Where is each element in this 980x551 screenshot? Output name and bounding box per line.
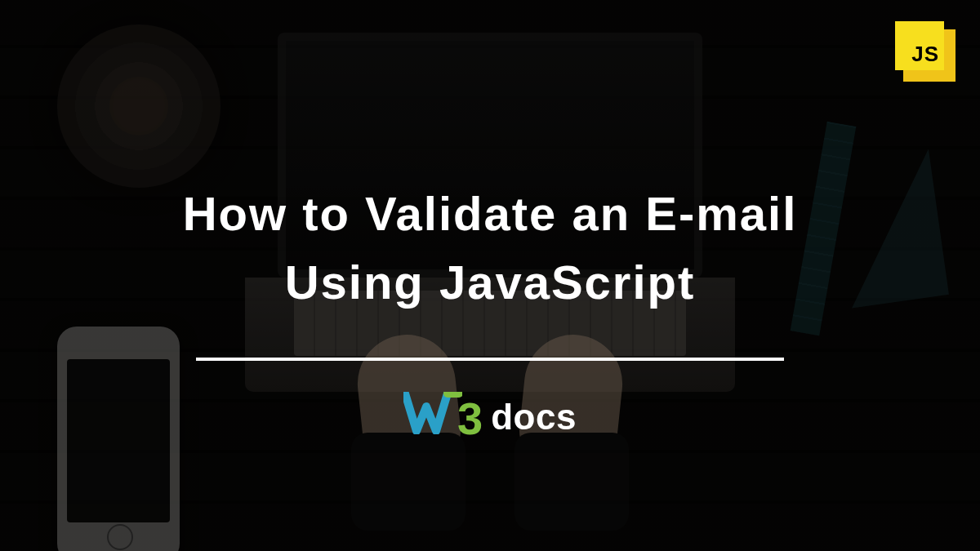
logo-mark: 3	[403, 392, 483, 442]
javascript-badge-icon: JS	[890, 21, 956, 82]
js-badge-label: JS	[911, 42, 939, 67]
js-badge-front: JS	[895, 21, 944, 70]
logo-docs: docs	[491, 397, 577, 438]
logo-w-icon	[403, 392, 462, 434]
title-line-1: How to Validate an E-mail	[0, 180, 980, 248]
title-underline	[196, 358, 784, 361]
title-line-2: Using JavaScript	[0, 248, 980, 317]
w3docs-logo: 3 docs	[0, 392, 980, 442]
page-title: How to Validate an E-mail Using JavaScri…	[0, 180, 980, 317]
